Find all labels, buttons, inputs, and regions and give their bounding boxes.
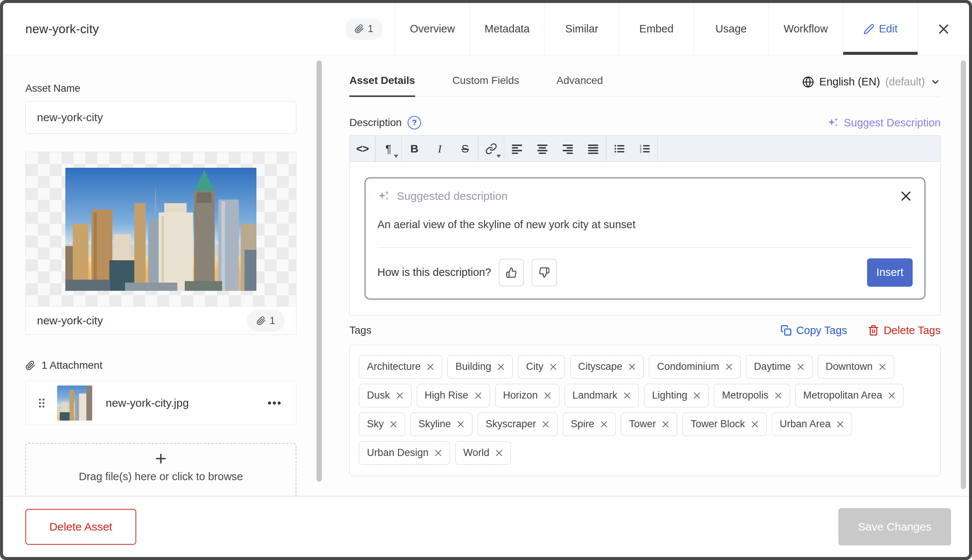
- tag-chip: Urban Design: [359, 441, 450, 465]
- tag-label: World: [463, 447, 489, 458]
- remove-tag-icon[interactable]: [543, 391, 552, 400]
- tag-chip: Sky: [359, 412, 405, 436]
- remove-tag-icon[interactable]: [395, 391, 404, 400]
- tag-label: Skyscraper: [486, 418, 536, 430]
- close-button[interactable]: [917, 3, 969, 55]
- thumbs-down-button[interactable]: [532, 259, 557, 286]
- attachment-row: new-york-city.jpg: [25, 381, 296, 425]
- numbered-list-icon: 123: [639, 143, 651, 155]
- align-center-button[interactable]: [530, 136, 555, 162]
- tag-chip: Metropolis: [714, 383, 790, 408]
- align-right-button[interactable]: [555, 136, 581, 162]
- tab-workflow[interactable]: Workflow: [768, 3, 843, 55]
- remove-tag-icon[interactable]: [774, 391, 783, 400]
- thumbs-up-button[interactable]: [499, 259, 524, 286]
- tab-custom-fields[interactable]: Custom Fields: [452, 75, 519, 96]
- align-left-button[interactable]: [504, 136, 530, 162]
- remove-tag-icon[interactable]: [474, 391, 483, 400]
- header-spacer: [99, 3, 345, 55]
- file-dropzone[interactable]: + Drag file(s) here or click to browse: [25, 443, 296, 496]
- footer: Delete Asset Save Changes: [3, 496, 969, 557]
- tag-chip: Downtown: [818, 355, 894, 379]
- bold-button[interactable]: B: [402, 136, 427, 162]
- tag-chip: Lighting: [644, 383, 709, 408]
- remove-tag-icon[interactable]: [456, 420, 465, 429]
- numbered-list-button[interactable]: 123: [632, 136, 657, 162]
- tags-header-row: Tags Copy Tags Delete Tags: [350, 324, 941, 337]
- tag-label: City: [526, 361, 544, 372]
- paperclip-icon: [25, 360, 35, 371]
- paragraph-icon: ¶: [385, 142, 391, 155]
- chevron-down-icon: [930, 77, 941, 87]
- tab-overview[interactable]: Overview: [395, 3, 470, 55]
- tab-metadata[interactable]: Metadata: [470, 3, 544, 55]
- remove-tag-icon[interactable]: [426, 362, 435, 371]
- tag-label: Cityscape: [578, 361, 622, 372]
- remove-tag-icon[interactable]: [497, 362, 505, 371]
- tab-similar[interactable]: Similar: [544, 3, 619, 55]
- tag-label: Building: [455, 361, 491, 372]
- align-center-icon: [536, 143, 548, 155]
- remove-tag-icon[interactable]: [622, 391, 632, 400]
- link-button[interactable]: [478, 136, 504, 162]
- right-panel-scrollbar[interactable]: [961, 60, 966, 489]
- tag-chip: Tower: [621, 412, 678, 436]
- suggestion-close-icon[interactable]: [899, 189, 913, 203]
- italic-button[interactable]: I: [427, 136, 452, 162]
- tab-asset-details[interactable]: Asset Details: [350, 75, 415, 96]
- strikethrough-button[interactable]: S: [452, 136, 478, 162]
- attachment-count: 1: [368, 23, 373, 35]
- remove-tag-icon[interactable]: [878, 362, 887, 371]
- save-changes-button[interactable]: Save Changes: [838, 508, 951, 545]
- remove-tag-icon[interactable]: [661, 420, 670, 429]
- delete-tags-button[interactable]: Delete Tags: [868, 324, 941, 337]
- paragraph-format-button[interactable]: ¶: [376, 136, 401, 162]
- remove-tag-icon[interactable]: [724, 362, 733, 371]
- attachment-menu-icon[interactable]: [266, 395, 283, 411]
- source-code-button[interactable]: <>: [350, 136, 375, 162]
- asset-name-input[interactable]: [25, 101, 296, 134]
- remove-tag-icon[interactable]: [796, 362, 805, 371]
- body: Asset Name: [3, 55, 969, 496]
- editor-content-area[interactable]: Suggested description An aerial view of …: [350, 162, 940, 315]
- language-selector[interactable]: English (EN) (default): [802, 76, 941, 96]
- remove-tag-icon[interactable]: [389, 420, 398, 429]
- remove-tag-icon[interactable]: [541, 420, 550, 429]
- attachment-thumbnail: [57, 385, 92, 420]
- remove-tag-icon[interactable]: [750, 420, 759, 429]
- tab-label: Embed: [639, 23, 674, 35]
- tab-usage[interactable]: Usage: [694, 3, 768, 55]
- suggested-description-card: Suggested description An aerial view of …: [365, 177, 925, 299]
- remove-tag-icon[interactable]: [887, 391, 896, 400]
- paperclip-icon: [355, 24, 364, 33]
- remove-tag-icon[interactable]: [627, 362, 636, 371]
- copy-tags-button[interactable]: Copy Tags: [781, 324, 847, 337]
- sparkles-icon: [377, 190, 390, 202]
- drag-handle-icon[interactable]: [35, 396, 47, 410]
- suggest-description-button[interactable]: Suggest Description: [827, 117, 941, 129]
- tab-advanced[interactable]: Advanced: [557, 75, 603, 96]
- bullet-list-button[interactable]: [607, 136, 632, 162]
- tab-embed[interactable]: Embed: [619, 3, 694, 55]
- remove-tag-icon[interactable]: [495, 448, 504, 457]
- attachments-header-label: 1 Attachment: [42, 359, 102, 371]
- tab-edit[interactable]: Edit: [843, 3, 917, 55]
- help-icon[interactable]: ?: [408, 116, 421, 129]
- tag-label: Tower: [629, 418, 656, 430]
- attachments-header: 1 Attachment: [25, 359, 296, 371]
- remove-tag-icon[interactable]: [836, 420, 845, 429]
- tab-label: Edit: [879, 23, 898, 35]
- tag-chip: World: [455, 441, 511, 465]
- align-justify-button[interactable]: [581, 136, 606, 162]
- plus-icon: +: [155, 449, 166, 468]
- remove-tag-icon[interactable]: [549, 362, 558, 371]
- remove-tag-icon[interactable]: [434, 448, 443, 457]
- suggestion-header: Suggested description: [377, 189, 913, 203]
- remove-tag-icon[interactable]: [599, 420, 609, 429]
- remove-tag-icon[interactable]: [693, 391, 701, 400]
- left-panel-scrollbar[interactable]: [316, 60, 322, 482]
- tab-label: Similar: [565, 23, 598, 35]
- align-right-icon: [562, 143, 574, 155]
- delete-asset-button[interactable]: Delete Asset: [25, 509, 136, 545]
- insert-button[interactable]: Insert: [867, 258, 913, 287]
